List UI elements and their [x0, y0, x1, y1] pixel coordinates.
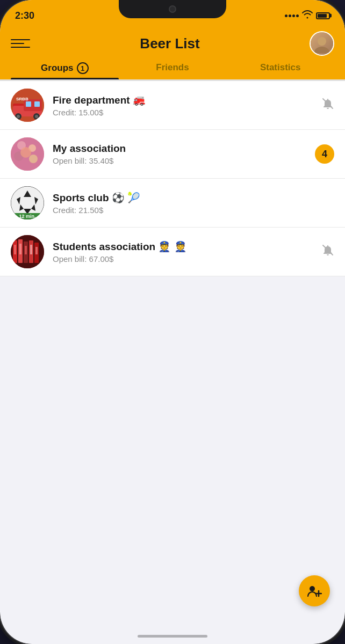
tab-statistics[interactable]: Statistics	[226, 62, 334, 79]
group-avatar-sports: 12 min.	[11, 186, 44, 219]
list-item[interactable]: Students association 👮 👮 Open bill: 67.0…	[0, 228, 345, 276]
user-avatar[interactable]	[310, 31, 334, 56]
group-sub: Open bill: 35.40$	[53, 156, 315, 165]
svg-rect-36	[25, 246, 27, 254]
front-camera	[169, 5, 176, 13]
app-title: Beer List	[140, 35, 199, 52]
notification-badge: 4	[315, 144, 334, 164]
add-group-button[interactable]	[299, 575, 330, 606]
group-avatar-assoc	[11, 137, 44, 171]
home-indicator	[138, 635, 207, 638]
svg-point-1	[314, 47, 329, 53]
group-name: Sports club ⚽ 🎾	[53, 192, 334, 204]
group-action-assoc: 4	[315, 144, 334, 164]
group-info-assoc: My association Open bill: 35.40$	[44, 143, 315, 165]
svg-rect-11	[34, 101, 40, 107]
svg-point-8	[35, 115, 38, 118]
group-name: My association	[53, 143, 315, 155]
list-item[interactable]: SRBB Fire department 🚒 Credit: 15.00$	[0, 81, 345, 130]
svg-point-0	[318, 37, 326, 46]
group-sub: Credit: 21.50$	[53, 206, 334, 215]
svg-rect-38	[35, 247, 38, 254]
bell-muted-icon	[321, 244, 334, 260]
svg-rect-34	[14, 245, 16, 254]
group-avatar-students	[11, 235, 44, 268]
svg-point-18	[29, 155, 38, 163]
group-info-sports: Sports club ⚽ 🎾 Credit: 21.50$	[44, 192, 334, 215]
signal-icon	[285, 14, 299, 17]
svg-rect-10	[26, 101, 31, 107]
svg-rect-37	[30, 245, 32, 254]
timer-badge: 12 min.	[11, 213, 44, 219]
svg-point-19	[20, 147, 31, 158]
group-name: Fire department 🚒	[53, 94, 321, 106]
menu-button[interactable]	[11, 39, 30, 48]
svg-point-40	[310, 586, 315, 591]
svg-rect-35	[19, 244, 21, 254]
group-name: Students association 👮 👮	[53, 240, 321, 253]
tabs: Groups 1 Friends Statistics	[0, 56, 345, 79]
group-sub: Open bill: 67.00$	[53, 254, 321, 264]
bell-muted-icon	[321, 97, 334, 113]
svg-text:SRBB: SRBB	[16, 97, 28, 101]
header: Beer List	[0, 27, 345, 56]
group-action-fire	[321, 97, 334, 113]
group-sub: Credit: 15.00$	[53, 108, 321, 117]
notch	[119, 0, 226, 18]
group-avatar-fire: SRBB	[11, 89, 44, 122]
group-info-students: Students association 👮 👮 Open bill: 67.0…	[44, 240, 321, 264]
wifi-icon	[302, 10, 313, 21]
svg-point-6	[17, 115, 20, 118]
battery-icon	[316, 12, 330, 19]
status-time: 2:30	[15, 10, 34, 21]
tab-groups[interactable]: Groups 1	[11, 62, 119, 79]
list-item[interactable]: My association Open bill: 35.40$ 4	[0, 130, 345, 179]
tab-groups-badge: 1	[77, 62, 89, 74]
tab-friends[interactable]: Friends	[119, 62, 227, 79]
list-item[interactable]: 12 min. Sports club ⚽ 🎾 Credit: 21.50$	[0, 179, 345, 228]
phone-inner: 2:30	[0, 0, 345, 644]
status-icons	[285, 10, 330, 21]
group-action-students	[321, 244, 334, 260]
battery-fill	[318, 14, 327, 18]
group-info-fire: Fire department 🚒 Credit: 15.00$	[44, 94, 321, 117]
phone-frame: 2:30	[0, 0, 345, 644]
groups-list: SRBB Fire department 🚒 Credit: 15.00$	[0, 81, 345, 276]
